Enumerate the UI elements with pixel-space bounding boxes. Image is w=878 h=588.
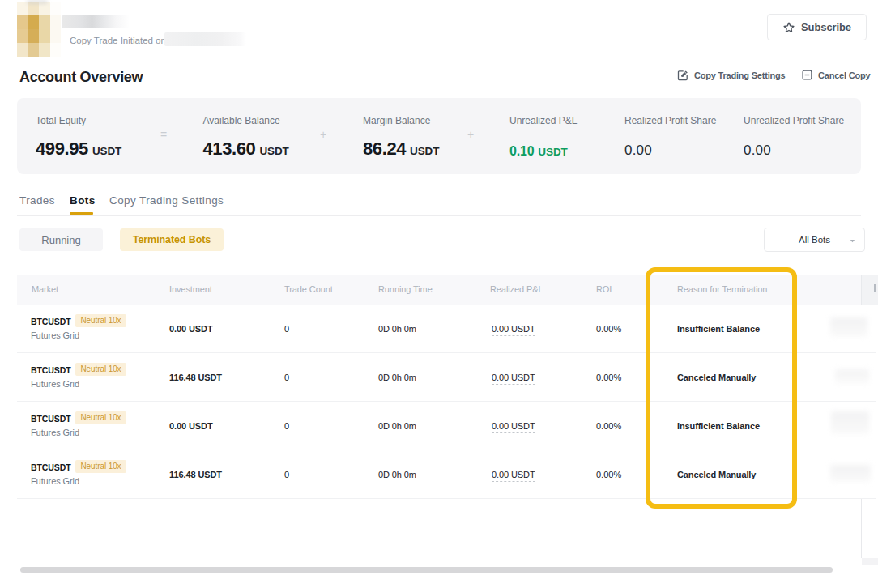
- column-header-trade-count: Trade Count: [284, 284, 333, 295]
- top-edge-artifact: [27, 0, 48, 4]
- reason-cell: Canceled Manually: [677, 469, 756, 480]
- horizontal-scrollbar-thumb[interactable]: [20, 567, 833, 573]
- available-balance-unit: USDT: [259, 145, 288, 157]
- plus-operator-2: +: [467, 128, 474, 141]
- reason-cell: Insufficient Balance: [677, 420, 760, 432]
- market-symbol: BTCUSDT: [31, 365, 70, 375]
- tab-bots[interactable]: Bots: [70, 194, 96, 207]
- running-time-cell: 0D 0h 0m: [378, 469, 416, 480]
- investment-cell: 0.00 USDT: [169, 323, 213, 334]
- edit-icon: [677, 70, 688, 81]
- column-header-running-time: Running Time: [378, 284, 433, 295]
- investment-cell: 116.48 USDT: [169, 469, 222, 480]
- reason-cell: Insufficient Balance: [677, 323, 760, 334]
- realized-pnl-value: 0.00 USDT: [492, 470, 535, 482]
- table-row[interactable]: BTCUSDTNeutral 10x Futures Grid 0.00 USD…: [17, 305, 876, 353]
- realized-pnl-value: 0.00 USDT: [492, 373, 535, 385]
- strategy-type: Futures Grid: [31, 476, 79, 486]
- cancel-copy-label: Cancel Copy: [818, 70, 870, 80]
- active-tab-indicator: [70, 212, 93, 215]
- unrealized-profit-share-label: Unrealized Profit Share: [744, 115, 844, 126]
- column-header-realized-pnl: Realized P&L: [490, 284, 543, 295]
- action-redacted: [831, 411, 869, 434]
- table-row[interactable]: BTCUSDTNeutral 10x Futures Grid 0.00 USD…: [17, 402, 876, 450]
- strategy-type: Futures Grid: [31, 379, 79, 389]
- strategy-badge: Neutral 10x: [75, 411, 126, 424]
- unrealized-pnl-unit: USDT: [538, 146, 567, 158]
- unrealized-profit-share-value: 0.00: [744, 143, 771, 160]
- realized-profit-share-value: 0.00: [624, 143, 652, 160]
- terminated-bots-filter-button[interactable]: Terminated Bots: [120, 228, 224, 251]
- copy-trading-page: Copy Trade Initiated on Subscribe Accoun…: [0, 0, 878, 588]
- trade-count-cell: 0: [284, 420, 289, 432]
- column-header-roi: ROI: [596, 284, 612, 295]
- action-redacted: [830, 465, 871, 482]
- pinned-column-header: [861, 275, 878, 305]
- investment-cell: 116.48 USDT: [169, 372, 222, 383]
- trader-avatar-redacted[interactable]: [17, 2, 61, 57]
- initiated-date-redacted: [164, 32, 246, 46]
- subscribe-label: Subscribe: [801, 21, 851, 33]
- table-row[interactable]: BTCUSDTNeutral 10x Futures Grid 116.48 U…: [17, 353, 876, 402]
- realized-pnl-cell: 0.00 USDT: [492, 420, 535, 432]
- action-redacted: [835, 369, 869, 384]
- trade-count-cell: 0: [284, 323, 289, 334]
- chevron-down-icon: [850, 239, 855, 243]
- pinned-column-footer-artifact: [862, 558, 878, 565]
- realized-pnl-cell: 0.00 USDT: [492, 469, 535, 480]
- running-filter-button[interactable]: Running: [19, 228, 103, 251]
- copy-trade-initiated-line: Copy Trade Initiated on: [70, 35, 166, 46]
- roi-cell: 0.00%: [596, 372, 621, 383]
- reason-cell: Canceled Manually: [677, 372, 756, 383]
- table-row[interactable]: BTCUSDTNeutral 10x Futures Grid 116.48 U…: [17, 450, 876, 499]
- realized-pnl-cell: 0.00 USDT: [492, 323, 535, 334]
- action-redacted: [830, 317, 867, 337]
- terminated-bots-filter-label: Terminated Bots: [133, 234, 211, 245]
- market-symbol: BTCUSDT: [31, 414, 70, 424]
- clipped-column-header-fragment: [874, 284, 876, 292]
- trade-count-cell: 0: [284, 372, 289, 383]
- margin-balance-label: Margin Balance: [363, 115, 430, 126]
- strategy-badge: Neutral 10x: [75, 314, 126, 327]
- account-stats-bar: Total Equity 499.95USDT = Available Bala…: [17, 98, 861, 174]
- realized-pnl-value: 0.00 USDT: [492, 421, 535, 433]
- running-filter-label: Running: [41, 234, 80, 246]
- column-header-market: Market: [32, 284, 58, 295]
- roi-cell: 0.00%: [596, 420, 621, 432]
- total-equity-unit: USDT: [92, 145, 121, 157]
- total-equity-label: Total Equity: [36, 115, 86, 126]
- column-header-investment: Investment: [169, 284, 212, 295]
- stats-vertical-divider: [603, 117, 603, 158]
- minus-square-icon: [802, 70, 812, 80]
- unrealized-pnl-value: 0.10: [509, 144, 534, 158]
- unrealized-pnl-label: Unrealized P&L: [509, 115, 577, 126]
- star-icon: [782, 21, 795, 34]
- equals-operator: =: [160, 128, 167, 141]
- bots-type-dropdown-value: All Bots: [799, 235, 830, 245]
- realized-pnl-cell: 0.00 USDT: [492, 372, 535, 383]
- subscribe-button[interactable]: Subscribe: [767, 14, 867, 40]
- column-header-reason: Reason for Termination: [677, 284, 767, 295]
- row-divider: [17, 498, 876, 499]
- plus-operator-1: +: [320, 128, 326, 141]
- strategy-type: Futures Grid: [31, 330, 79, 340]
- bots-type-dropdown[interactable]: All Bots: [764, 228, 865, 252]
- strategy-badge: Neutral 10x: [75, 363, 126, 376]
- tabs-divider: [17, 215, 861, 216]
- realized-profit-share-label: Realized Profit Share: [624, 115, 716, 126]
- total-equity-value: 499.95: [36, 138, 88, 159]
- copy-trade-initiated-label: Copy Trade Initiated on: [70, 36, 166, 45]
- running-time-cell: 0D 0h 0m: [378, 323, 416, 334]
- available-balance-value: 413.60: [203, 138, 256, 159]
- tab-copy-trading-settings[interactable]: Copy Trading Settings: [109, 194, 224, 207]
- tab-trades[interactable]: Trades: [19, 194, 55, 207]
- strategy-badge: Neutral 10x: [75, 460, 126, 473]
- copy-trading-settings-link[interactable]: Copy Trading Settings: [677, 70, 786, 81]
- trader-name-redacted: [62, 15, 130, 28]
- margin-balance-unit: USDT: [410, 145, 439, 157]
- strategy-type: Futures Grid: [31, 428, 79, 437]
- realized-pnl-value: 0.00 USDT: [492, 324, 535, 336]
- market-symbol: BTCUSDT: [31, 462, 70, 472]
- cancel-copy-link[interactable]: Cancel Copy: [802, 70, 870, 80]
- trade-count-cell: 0: [284, 469, 289, 480]
